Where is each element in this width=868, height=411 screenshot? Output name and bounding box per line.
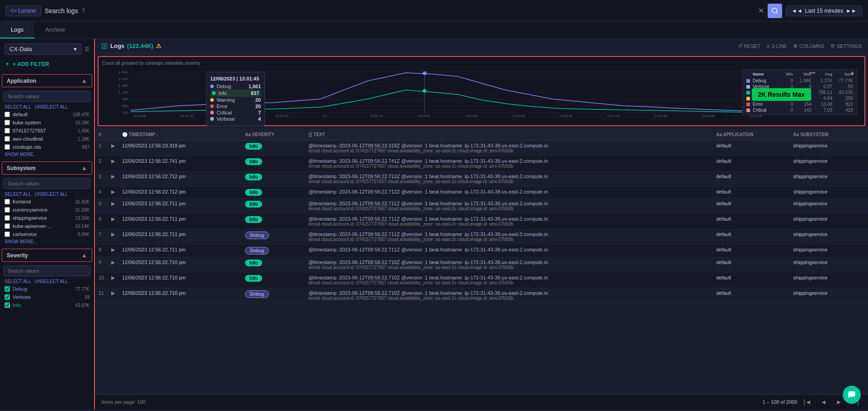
table-row[interactable]: 3 ▶ 12/06/2023 12:56:22.712 pm Info @tim… — [95, 171, 868, 187]
application-checkbox-074157727657[interactable] — [5, 128, 10, 133]
application-checkbox-aws-cloudtrail[interactable] — [5, 136, 10, 142]
subsystem-select-all[interactable]: SELECT ALL — [5, 192, 31, 197]
live-chat-button[interactable] — [843, 386, 861, 404]
subsystem-checkbox-cartservice[interactable] — [5, 231, 10, 237]
search-button[interactable] — [768, 4, 782, 18]
subsystem-checkbox-shippingservice[interactable] — [5, 215, 10, 221]
table-row[interactable]: 8 ▶ 12/06/2023 12:56:22.711 pm Debug @ti… — [95, 245, 868, 257]
severity-badge: Info — [245, 174, 262, 180]
list-item[interactable]: kube-apiserver-...10.14K — [0, 222, 94, 230]
search-help-button[interactable]: ? — [82, 7, 85, 14]
row-expand[interactable]: ▶ — [108, 141, 118, 156]
application-checkbox-default[interactable] — [5, 112, 10, 117]
svg-text:1.15K: 1.15K — [118, 90, 128, 94]
row-expand[interactable]: ▶ — [108, 257, 118, 273]
list-item[interactable]: default108.47K — [0, 110, 94, 118]
table-row[interactable]: 10 ▶ 12/06/2023 12:56:22.710 pm Info @ti… — [95, 273, 868, 288]
application-select-row: SELECT ALL UNSELECT ALL — [0, 104, 94, 110]
add-filter-button[interactable]: ＋ + ADD FILTER — [0, 57, 94, 71]
row-timestamp: 12/06/2023 12:56:22.741 pm — [118, 156, 241, 171]
chart-collapse-button[interactable]: ▲ — [849, 69, 855, 76]
col-subsystem[interactable]: Aa SUBSYSTEM — [790, 129, 868, 141]
list-item[interactable]: Info43.07K — [0, 301, 94, 309]
first-page-button[interactable]: |◄ — [801, 397, 814, 406]
application-search-input[interactable] — [4, 91, 90, 102]
tab-logs[interactable]: Logs — [0, 22, 34, 38]
subsystem-checkbox-currencyservice[interactable] — [5, 207, 10, 213]
row-application: default — [712, 245, 789, 257]
subsystem-search-wrap — [0, 176, 94, 191]
list-item[interactable]: 0741577276571.45K — [0, 127, 94, 135]
col-severity[interactable]: Aa SEVERITY — [241, 129, 305, 141]
subsystem-collapse-button[interactable]: ▲ — [81, 165, 87, 171]
table-row[interactable]: 7 ▶ 12/06/2023 12:56:22.711 pm Debug @ti… — [95, 229, 868, 245]
subsystem-checkbox-kube-apiserver[interactable] — [5, 223, 10, 229]
list-item[interactable]: currencyservice31.03K — [0, 206, 94, 214]
severity-search-input[interactable] — [4, 265, 90, 276]
col-timestamp[interactable]: 🕐 TIMESTAMP ↓ — [118, 129, 241, 141]
chart-more-button[interactable]: ••• — [809, 69, 816, 76]
application-unselect-all[interactable]: UNSELECT ALL — [35, 104, 68, 109]
tooltip-dot-warning — [210, 98, 214, 102]
time-range-button[interactable]: ◄◄ Last 15 minutes ►► — [786, 5, 863, 16]
list-item[interactable]: cartservice8.09K — [0, 230, 94, 238]
table-row[interactable]: 9 ▶ 12/06/2023 12:56:22.710 pm Info @tim… — [95, 257, 868, 273]
severity-select-all[interactable]: SELECT ALL — [5, 279, 31, 284]
lucene-button[interactable]: <> Lucene — [5, 5, 41, 16]
subsystem-unselect-all[interactable]: UNSELECT ALL — [35, 192, 68, 197]
table-row[interactable]: 6 ▶ 12/06/2023 12:56:22.711 pm Info @tim… — [95, 214, 868, 229]
list-item[interactable]: Verbose59 — [0, 293, 94, 301]
table-footer: Items per page: 100 1 – 100 of 2000 |◄ ◄… — [95, 394, 868, 409]
severity-checkbox-verbose[interactable] — [5, 294, 10, 300]
row-expand[interactable]: ▶ — [108, 288, 118, 303]
row-expand[interactable]: ▶ — [108, 171, 118, 187]
row-text: @timestamp :2023-06-12T09:56:23.318Z @ve… — [305, 141, 712, 156]
prev-page-button[interactable]: ◄ — [818, 397, 830, 406]
tab-archive[interactable]: Archive — [34, 22, 75, 38]
application-checkbox-kube-system[interactable] — [5, 120, 10, 125]
row-expand[interactable]: ▶ — [108, 187, 118, 198]
dataset-dropdown[interactable]: CX-Data ▾ — [5, 43, 82, 55]
list-item[interactable]: shippingservice13.31K — [0, 214, 94, 222]
row-expand[interactable]: ▶ — [108, 229, 118, 245]
row-expand[interactable]: ▶ — [108, 198, 118, 214]
columns-button[interactable]: ⊞ COLUMNS — [793, 43, 824, 49]
list-item[interactable]: aws-cloudtrail1.28K — [0, 135, 94, 143]
settings-button[interactable]: ⚙ SETTINGS — [830, 43, 862, 49]
application-show-more[interactable]: SHOW MORE... — [0, 151, 94, 158]
subsystem-checkbox-frontend[interactable] — [5, 199, 10, 204]
severity-checkbox-debug[interactable] — [5, 286, 10, 292]
table-row[interactable]: 4 ▶ 12/06/2023 12:56:22.712 pm Info @tim… — [95, 187, 868, 198]
list-item[interactable]: kube-system10.18K — [0, 118, 94, 127]
next-page-button[interactable]: ► — [833, 397, 845, 406]
reset-button[interactable]: ↺ RESET — [738, 43, 761, 49]
severity-unselect-all[interactable]: UNSELECT ALL — [35, 279, 68, 284]
application-collapse-button[interactable]: ▲ — [81, 77, 87, 84]
row-expand[interactable]: ▶ — [108, 245, 118, 257]
table-row[interactable]: 11 ▶ 12/06/2023 12:56:22.710 pm Debug @t… — [95, 288, 868, 303]
table-row[interactable]: 5 ▶ 12/06/2023 12:56:22.711 pm Info @tim… — [95, 198, 868, 214]
clear-search-button[interactable]: ✕ — [758, 6, 764, 15]
list-item[interactable]: frontend31.92K — [0, 198, 94, 206]
subsystem-search-input[interactable] — [4, 178, 90, 189]
row-expand[interactable]: ▶ — [108, 214, 118, 229]
two-line-button[interactable]: ≡ 2-LINE — [767, 43, 787, 49]
row-expand[interactable]: ▶ — [108, 273, 118, 288]
table-row[interactable]: 1 ▶ 12/06/2023 12:56:23.318 pm Info @tim… — [95, 141, 868, 156]
application-checkbox-coralogix-sta[interactable] — [5, 144, 10, 150]
list-item[interactable]: coralogix-sta697 — [0, 143, 94, 151]
col-application[interactable]: Aa APPLICATION — [712, 129, 789, 141]
col-num[interactable]: # — [95, 129, 108, 141]
severity-checkbox-info[interactable] — [5, 302, 10, 308]
list-item[interactable]: Debug77.77K — [0, 285, 94, 293]
severity-collapse-button[interactable]: ▲ — [81, 252, 87, 259]
settings-label: SETTINGS — [837, 43, 862, 49]
table-row[interactable]: 2 ▶ 12/06/2023 12:56:22.741 pm Info @tim… — [95, 156, 868, 171]
application-select-all[interactable]: SELECT ALL — [5, 104, 31, 109]
col-text[interactable]: {} TEXT — [305, 129, 712, 141]
sidebar-menu-icon[interactable]: ☰ — [85, 46, 90, 52]
dataset-label: CX-Data — [9, 46, 32, 52]
subsystem-show-more[interactable]: SHOW MORE... — [0, 238, 94, 245]
top-bar-right: ✕ ◄◄ Last 15 minutes ►► — [758, 4, 863, 18]
row-expand[interactable]: ▶ — [108, 156, 118, 171]
